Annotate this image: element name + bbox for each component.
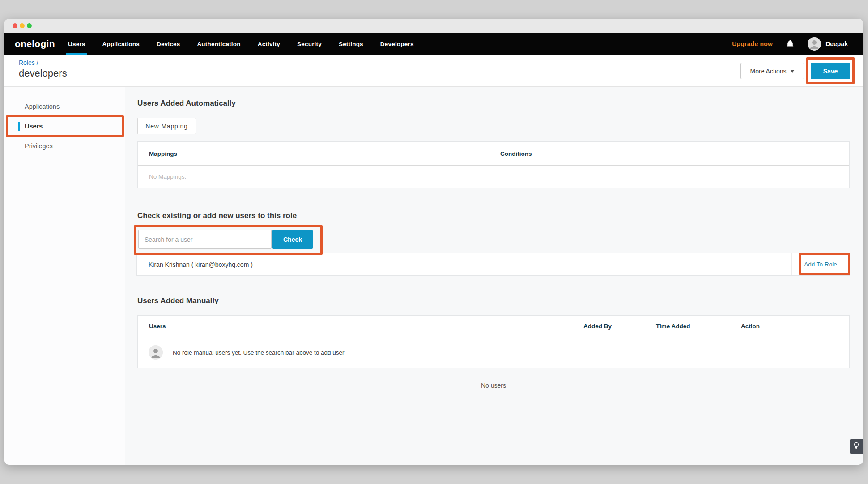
save-button[interactable]: Save	[811, 63, 850, 79]
result-action-cell: Add To Role	[791, 253, 849, 275]
upgrade-now-link[interactable]: Upgrade now	[732, 40, 773, 47]
no-users-label: No users	[137, 382, 850, 389]
column-header-action: Action	[741, 316, 760, 337]
column-header-time-added: Time Added	[656, 316, 690, 337]
section-title-users-added-automatically: Users Added Automatically	[137, 99, 236, 108]
top-navbar: onelogin Users Applications Devices Auth…	[4, 33, 863, 55]
column-header-added-by: Added By	[583, 316, 612, 337]
page-title: developers	[19, 68, 67, 79]
feedback-tab[interactable]	[850, 439, 863, 454]
column-header-users: Users	[149, 316, 166, 337]
onelogin-logo[interactable]: onelogin	[15, 33, 55, 55]
placeholder-avatar-icon	[149, 345, 163, 360]
close-window-button[interactable]	[13, 23, 17, 28]
user-name-label: Deepak	[825, 40, 848, 47]
sidebar-item-users[interactable]: Users	[4, 116, 125, 136]
navbar-right-cluster: Upgrade now Deepak	[732, 33, 848, 55]
nav-item-authentication[interactable]: Authentication	[196, 33, 241, 55]
manual-users-table: Users Added By Time Added Action No role…	[137, 315, 850, 368]
sidebar-item-applications[interactable]: Applications	[4, 97, 125, 116]
browser-window: onelogin Users Applications Devices Auth…	[4, 19, 863, 465]
zoom-window-button[interactable]	[27, 23, 32, 28]
search-user-input[interactable]	[138, 230, 272, 249]
nav-item-security[interactable]: Security	[296, 33, 323, 55]
manual-users-empty-state: No role manual users yet. Use the search…	[138, 337, 849, 368]
add-to-role-link[interactable]: Add To Role	[804, 261, 837, 268]
section-title-users-added-manually: Users Added Manually	[137, 296, 219, 305]
mappings-table-header: Mappings Conditions	[138, 142, 849, 166]
role-sidebar: Applications Users Privileges	[4, 87, 125, 465]
nav-menu: Users Applications Devices Authenticatio…	[67, 33, 415, 55]
lightbulb-icon	[854, 442, 859, 451]
nav-item-users[interactable]: Users	[67, 33, 86, 55]
manual-users-empty-text: No role manual users yet. Use the search…	[138, 349, 344, 356]
window-titlebar	[4, 19, 863, 33]
notifications-bell-icon[interactable]	[786, 39, 794, 48]
nav-item-activity[interactable]: Activity	[257, 33, 281, 55]
more-actions-button[interactable]: More Actions	[740, 63, 804, 79]
nav-item-developers[interactable]: Developers	[379, 33, 415, 55]
column-header-mappings: Mappings	[149, 142, 177, 165]
nav-item-devices[interactable]: Devices	[156, 33, 181, 55]
active-item-accent-bar	[18, 122, 20, 131]
more-actions-label: More Actions	[750, 68, 787, 75]
manual-users-table-header: Users Added By Time Added Action	[138, 316, 849, 337]
minimize-window-button[interactable]	[20, 23, 25, 28]
chevron-down-icon	[790, 70, 795, 73]
section-title-check-existing: Check existing or add new users to this …	[137, 211, 297, 220]
result-user-label: Kiran Krishnan ( kiran@boxyhq.com )	[137, 261, 253, 268]
mappings-empty-state: No Mappings.	[138, 166, 849, 188]
user-search-result-row: Kiran Krishnan ( kiran@boxyhq.com ) Add …	[136, 253, 850, 276]
desktop: { "navbar": { "logo": "onelogin", "items…	[0, 0, 868, 484]
sidebar-item-users-label: Users	[25, 123, 43, 130]
check-button[interactable]: Check	[272, 230, 313, 249]
user-menu[interactable]: Deepak	[808, 37, 848, 51]
nav-item-settings[interactable]: Settings	[338, 33, 364, 55]
page-header: Roles / developers More Actions Save	[4, 55, 863, 87]
breadcrumb[interactable]: Roles /	[19, 59, 38, 66]
sidebar-item-privileges[interactable]: Privileges	[4, 136, 125, 156]
user-avatar-icon	[808, 37, 821, 51]
column-header-conditions: Conditions	[500, 142, 532, 165]
nav-item-applications[interactable]: Applications	[102, 33, 140, 55]
mappings-table: Mappings Conditions No Mappings.	[137, 141, 850, 188]
new-mapping-button[interactable]: New Mapping	[137, 118, 196, 134]
